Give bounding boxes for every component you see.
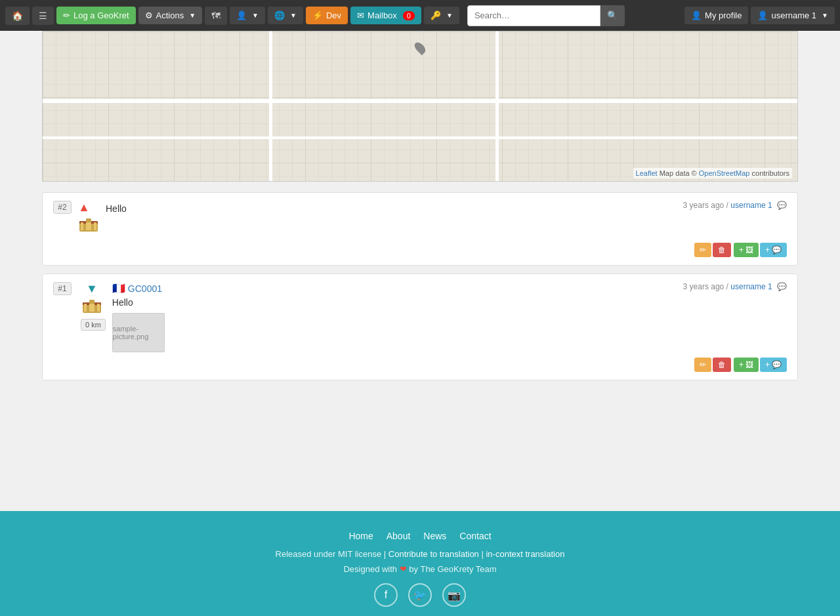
- username-dropdown-arrow: ▼: [822, 12, 828, 19]
- plus-icon-3: +: [739, 360, 744, 369]
- mailbox-badge: 0: [403, 11, 415, 20]
- code-icon: ⚡: [312, 10, 323, 20]
- svg-rect-5: [94, 222, 96, 230]
- log-message-2: Hello: [112, 297, 165, 308]
- delete-log-button[interactable]: 🗑: [713, 243, 731, 257]
- log-entry: #2 ▲: [42, 192, 798, 266]
- main-content: Leaflet Map data © OpenStreetMap contrib…: [0, 31, 840, 511]
- add-image-button[interactable]: + 🖼: [734, 243, 759, 257]
- svg-rect-4: [86, 222, 91, 230]
- add-comment-button-2[interactable]: + 💬: [760, 358, 787, 372]
- osm-link[interactable]: OpenStreetMap: [699, 169, 750, 177]
- add-comment-button[interactable]: + 💬: [760, 243, 787, 257]
- log-entry-header: #2 ▲: [53, 201, 787, 237]
- in-context-translation-link[interactable]: in-context translation: [486, 549, 564, 559]
- log-entry-header-2: #1 ▼ 0: [53, 282, 787, 352]
- log-entry-left-2: #1 ▼ 0: [53, 282, 165, 352]
- log-username-link[interactable]: username 1: [730, 201, 772, 210]
- map-container[interactable]: Leaflet Map data © OpenStreetMap contrib…: [42, 31, 798, 182]
- plus-icon-4: +: [765, 360, 770, 369]
- log-chat-icon: 💬: [777, 201, 787, 210]
- username-button[interactable]: 👤 username 1 ▼: [751, 7, 835, 24]
- footer-license-line: Released under MIT license | Contribute …: [13, 549, 827, 559]
- log-geokret-button[interactable]: ✏ Log a GeoKret: [56, 7, 136, 24]
- geokret-link[interactable]: GC0001: [128, 283, 162, 294]
- svg-rect-10: [89, 304, 94, 312]
- delete-log-button-2[interactable]: 🗑: [713, 358, 731, 372]
- my-profile-button[interactable]: 👤 My profile: [684, 7, 748, 24]
- footer-contact-link[interactable]: Contact: [459, 531, 491, 541]
- footer-home-link[interactable]: Home: [348, 531, 373, 541]
- log-chat-icon-2: 💬: [777, 282, 787, 291]
- contribute-translation-link[interactable]: Contribute to translation: [388, 549, 479, 559]
- svg-rect-3: [81, 222, 83, 230]
- menu-icon[interactable]: ☰: [32, 7, 54, 25]
- plus-icon: +: [739, 245, 744, 255]
- geokret-svg: [78, 215, 99, 233]
- log-actions-2: ✏ 🗑 + 🖼 + 💬: [53, 358, 787, 372]
- search-button[interactable]: 🔍: [600, 5, 625, 26]
- image-comment-group-2: + 🖼 + 💬: [734, 358, 787, 372]
- log-timestamp-2: 3 years ago / username 1 💬: [683, 282, 787, 291]
- home-icon[interactable]: 🏠: [5, 7, 30, 25]
- footer-about-link[interactable]: About: [387, 531, 411, 541]
- image-icon: 🖼: [746, 245, 753, 255]
- footer-social: f 🐦 📷: [13, 583, 827, 607]
- time-ago-2: 3 years ago /: [683, 282, 731, 291]
- footer: Home About News Contact Released under M…: [0, 511, 840, 616]
- map-road-horizontal-2: [43, 136, 797, 139]
- login-icon: 🔑: [430, 10, 441, 20]
- svg-rect-11: [97, 304, 100, 312]
- leaflet-link[interactable]: Leaflet: [636, 169, 658, 177]
- distance-badge: 0 km: [81, 319, 106, 331]
- search-input[interactable]: [467, 5, 600, 26]
- log-entry-left: #2 ▲: [53, 201, 127, 237]
- geokret-link-row: 🇫🇷 GC0001: [112, 282, 165, 295]
- edit-log-button[interactable]: ✏: [694, 243, 711, 257]
- image-thumbnail[interactable]: sample-picture.png: [112, 313, 165, 352]
- login-dropdown-arrow: ▼: [446, 12, 453, 19]
- mailbox-button[interactable]: ✉ Mailbox 0: [350, 7, 421, 24]
- login-icon-btn[interactable]: 🔑 ▼: [424, 7, 459, 24]
- actions-dropdown-arrow: ▼: [189, 12, 196, 19]
- user-dropdown-arrow: ▼: [252, 12, 259, 19]
- log-number: #2: [53, 201, 72, 214]
- log-username-link-2[interactable]: username 1: [730, 282, 772, 291]
- time-ago: 3 years ago /: [683, 201, 731, 210]
- svg-rect-8: [89, 300, 94, 304]
- footer-news-link[interactable]: News: [423, 531, 446, 541]
- globe-icon-btn[interactable]: 🌐 ▼: [268, 7, 303, 24]
- edit-delete-group-2: ✏ 🗑: [694, 358, 731, 372]
- envelope-icon: ✉: [357, 10, 364, 20]
- footer-nav-links: Home About News Contact: [13, 531, 827, 541]
- actions-button[interactable]: ⚙ Actions ▼: [138, 7, 203, 24]
- log-geokret-icon: [78, 215, 99, 237]
- pencil-icon: ✏: [63, 10, 70, 20]
- navbar: 🏠 ☰ ✏ Log a GeoKret ⚙ Actions ▼ 🗺 👤 ▼ 🌐 …: [0, 0, 840, 31]
- globe-icon: 🌐: [274, 10, 285, 20]
- facebook-icon[interactable]: f: [374, 583, 398, 607]
- log-geokret-icon-2: [81, 296, 102, 319]
- add-image-button-2[interactable]: + 🖼: [734, 358, 759, 372]
- map-icon[interactable]: 🗺: [205, 7, 227, 25]
- twitter-icon[interactable]: 🐦: [408, 583, 432, 607]
- map-road-vertical: [269, 31, 272, 181]
- globe-dropdown-arrow: ▼: [290, 12, 297, 19]
- navbar-right: 👤 My profile 👤 username 1 ▼: [684, 7, 835, 24]
- svg-rect-2: [86, 218, 91, 222]
- log-entry: #1 ▼ 0: [42, 274, 798, 380]
- mit-license-text: Released under MIT license: [276, 549, 382, 559]
- dev-button[interactable]: ⚡ Dev: [306, 7, 348, 24]
- comment-icon-2: 💬: [772, 360, 782, 369]
- log-number-2: #1: [53, 282, 72, 295]
- image-comment-group: + 🖼 + 💬: [734, 243, 787, 257]
- svg-rect-9: [84, 304, 87, 312]
- user-icon-btn[interactable]: 👤 ▼: [230, 7, 265, 24]
- image-icon-2: 🖼: [746, 360, 753, 369]
- log-message: Hello: [106, 203, 127, 214]
- log-entries: #2 ▲: [42, 192, 798, 380]
- instagram-icon[interactable]: 📷: [442, 583, 466, 607]
- log-type-icon-down: ▼: [86, 282, 98, 296]
- separator-1: |: [384, 549, 388, 559]
- edit-log-button-2[interactable]: ✏: [694, 358, 711, 372]
